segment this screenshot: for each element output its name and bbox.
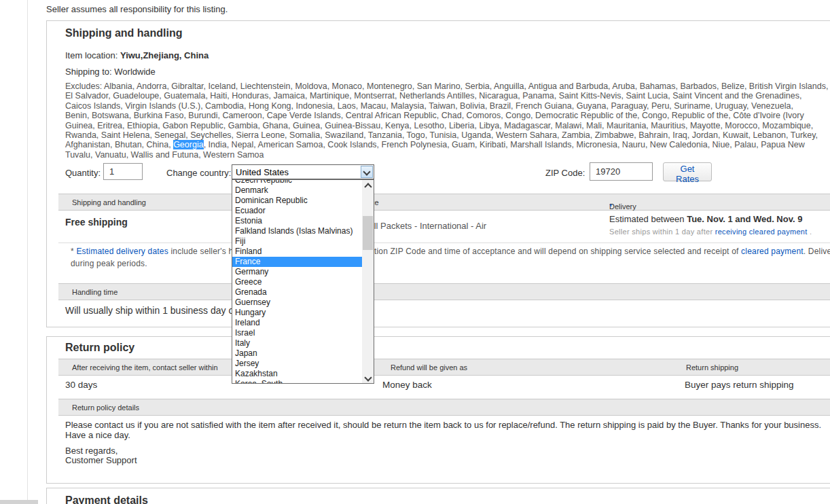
country-option[interactable]: Guernsey	[232, 298, 362, 308]
chevron-down-icon	[363, 168, 370, 175]
scroll-up-button[interactable]	[362, 180, 374, 191]
col-contact-seller-within: After receiving the item, contact seller…	[72, 363, 218, 372]
receiving-cleared-payment-link[interactable]: receiving cleared payment	[715, 228, 808, 236]
item-location-row: Item location: Yiwu,Zhejiang, China	[65, 50, 209, 60]
country-option[interactable]: Korea, South	[232, 379, 362, 383]
disclaimer-text: Seller assumes all responsibility for th…	[46, 4, 228, 14]
delivery-estimate: Estimated between Tue. Nov. 1 and Wed. N…	[609, 214, 802, 224]
item-location-label: Item location:	[65, 50, 118, 60]
country-option[interactable]: Italy	[232, 338, 362, 348]
country-option[interactable]: Denmark	[232, 185, 362, 196]
quantity-input[interactable]	[103, 163, 143, 180]
return-details-line2: Have a nice day.	[65, 430, 130, 440]
cleared-payment-link[interactable]: cleared payment	[741, 247, 804, 256]
country-option[interactable]: Jersey	[232, 359, 362, 369]
country-option[interactable]: Kazakhstan	[232, 369, 362, 379]
payment-details-title: Payment details	[65, 494, 148, 504]
return-details-line1: Please contact us if you are not satisfi…	[65, 420, 821, 430]
ships-to-row: Shipping to: Worldwide	[65, 67, 156, 77]
service-cell: Small Packets - International - Air	[356, 221, 486, 231]
payment-details-section: Payment details	[46, 488, 830, 504]
return-policy-section: Return policy After receiving the item, …	[46, 336, 830, 484]
country-option[interactable]: Ireland	[232, 318, 362, 328]
excludes-line: Afghanistan, Bhutan, China, Georgia, Ind…	[65, 140, 828, 149]
country-option[interactable]: Japan	[232, 348, 362, 359]
return-details-label: Return policy details	[72, 403, 139, 412]
return-table-header: After receiving the item, contact seller…	[58, 359, 830, 376]
change-country-label: Change country:	[166, 168, 231, 178]
delivery-note-marker: *	[609, 202, 612, 211]
refund-given-as-value: Money back	[382, 380, 432, 390]
col-return-shipping: Return shipping	[686, 363, 738, 372]
country-option[interactable]: Finland	[232, 247, 362, 257]
chevron-down-icon	[364, 374, 372, 381]
country-option[interactable]: Fiji	[232, 236, 362, 247]
delivery-footnote-line1: * Estimated delivery dates include selle…	[71, 247, 830, 256]
excludes-text: Excludes: Albania, Andorra, Gibraltar, I…	[65, 82, 828, 160]
select-arrow-button[interactable]	[361, 166, 373, 178]
country-option[interactable]: Falkland Islands (Islas Malvinas)	[232, 226, 362, 236]
page-corner-strip	[0, 500, 38, 504]
quantity-label: Quantity:	[65, 168, 101, 178]
contact-within-value: 30 days	[65, 380, 97, 390]
shipping-section: Shipping and handling Item location: Yiw…	[46, 20, 830, 327]
country-option[interactable]: Hungary	[232, 308, 362, 318]
delivery-dates: Tue. Nov. 1 and Wed. Nov. 9	[687, 214, 802, 224]
return-details-bar: Return policy details	[58, 399, 830, 416]
country-option[interactable]: Dominican Republic	[232, 196, 362, 206]
country-select[interactable]: United States	[232, 164, 374, 179]
excludes-line: Excludes: Albania, Andorra, Gibraltar, I…	[65, 82, 828, 91]
excludes-line: Benin, Botswana, Burkina Faso, Burundi, …	[65, 111, 828, 120]
return-closing-line1: Best regards,	[65, 446, 118, 456]
country-option[interactable]: France	[232, 257, 362, 267]
handling-time-label: Handling time	[72, 288, 118, 296]
return-closing-line2: Customer Support	[65, 455, 137, 465]
country-option[interactable]: Greece	[232, 277, 362, 287]
excludes-line: Guinea, Eritrea, Ethiopia, Gabon Republi…	[65, 121, 828, 130]
item-location-value: Yiwu,Zhejiang, China	[120, 50, 209, 60]
dropdown-scrollbar[interactable]	[362, 180, 374, 383]
row-divider	[58, 242, 830, 243]
shipping-table-header: Shipping and handling Service Delivery*	[58, 194, 830, 211]
scrollbar-thumb[interactable]	[363, 216, 373, 250]
country-dropdown-viewport: Czech RepublicDenmarkDominican RepublicE…	[232, 180, 362, 383]
zip-input[interactable]	[590, 162, 653, 181]
country-option[interactable]: Grenada	[232, 287, 362, 298]
estimated-delivery-dates-link[interactable]: Estimated delivery dates	[76, 247, 168, 256]
ships-to-value: Worldwide	[114, 67, 155, 77]
free-shipping-cell: Free shipping	[65, 217, 128, 228]
country-dropdown: Czech RepublicDenmarkDominican RepublicE…	[232, 179, 374, 384]
chevron-up-icon	[364, 183, 372, 190]
excludes-line: Tuvalu, Vanuatu, Wallis and Futuna, West…	[65, 150, 828, 160]
excludes-line: El Salvador, Guadeloupe, Guatemala, Hait…	[65, 91, 828, 101]
return-policy-title: Return policy	[65, 342, 134, 354]
country-option[interactable]: Czech Republic	[232, 180, 362, 185]
scroll-down-button[interactable]	[362, 372, 374, 383]
get-rates-button[interactable]: Get Rates	[663, 162, 712, 181]
shipping-section-title: Shipping and handling	[65, 27, 182, 39]
ships-within-note: Seller ships within 1 day after receivin…	[609, 228, 812, 236]
country-option[interactable]: Germany	[232, 267, 362, 277]
page-left-divider	[27, 0, 28, 501]
ships-to-label: Shipping to:	[65, 67, 112, 77]
country-option[interactable]: Ecuador	[232, 206, 362, 216]
col-shipping-and-handling: Shipping and handling	[72, 198, 146, 206]
zip-label: ZIP Code:	[545, 168, 585, 178]
return-shipping-value: Buyer pays return shipping	[685, 380, 794, 390]
country-dropdown-list: Czech RepublicDenmarkDominican RepublicE…	[232, 180, 362, 383]
search-highlight: Georgia	[173, 140, 203, 149]
handling-time-bar: Handling time	[58, 283, 830, 300]
country-option[interactable]: Estonia	[232, 216, 362, 226]
excludes-line: Rwanda, Saint Helena, Senegal, Seychelle…	[65, 130, 828, 140]
excludes-line: Caicos Islands, Virgin Islands (U.S.), C…	[65, 101, 828, 111]
country-select-value: United States	[236, 167, 289, 177]
country-option[interactable]: Israel	[232, 328, 362, 338]
col-refund-given-as: Refund will be given as	[391, 363, 467, 372]
delivery-footnote-line2: during peak periods.	[71, 259, 147, 268]
